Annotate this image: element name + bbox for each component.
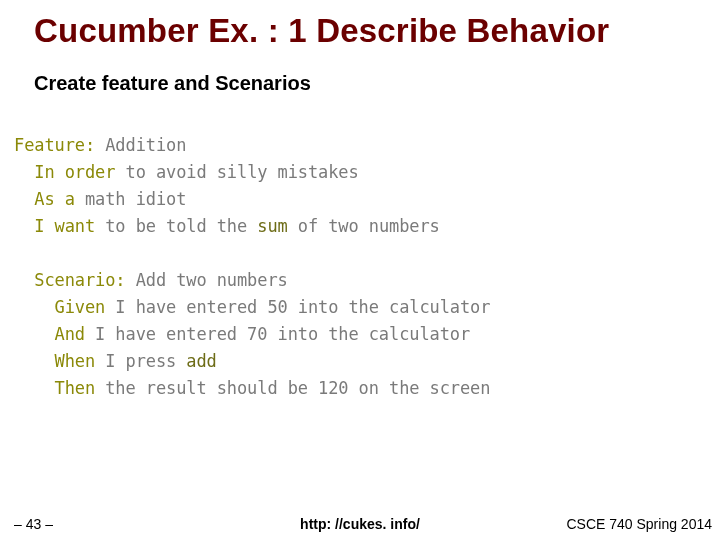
slide-subtitle: Create feature and Scenarios	[34, 72, 311, 95]
kw-scenario: Scenario:	[34, 270, 125, 290]
kw-in-order: In order	[34, 162, 115, 182]
text-when-mid: I press	[95, 351, 186, 371]
text-i-want-mid: to be told the	[95, 216, 257, 236]
text-and: I have entered 70 into the calculator	[85, 324, 470, 344]
text-i-want-rest: of two numbers	[288, 216, 440, 236]
footer: – 43 – http: //cukes. info/ CSCE 740 Spr…	[0, 512, 720, 532]
kw-then: Then	[55, 378, 96, 398]
kw-feature: Feature:	[14, 135, 95, 155]
text-add: add	[186, 351, 216, 371]
course-label: CSCE 740 Spring 2014	[566, 516, 712, 532]
kw-i-want: I want	[34, 216, 95, 236]
text-as-a: math idiot	[75, 189, 186, 209]
text-feature-name: Addition	[95, 135, 186, 155]
kw-and: And	[55, 324, 85, 344]
kw-given: Given	[55, 297, 106, 317]
text-scenario-name: Add two numbers	[126, 270, 288, 290]
text-in-order: to avoid silly mistakes	[115, 162, 358, 182]
kw-as-a: As a	[34, 189, 75, 209]
slide-title: Cucumber Ex. : 1 Describe Behavior	[34, 12, 700, 50]
text-given: I have entered 50 into the calculator	[105, 297, 490, 317]
slide: Cucumber Ex. : 1 Describe Behavior Creat…	[0, 0, 720, 540]
kw-when: When	[55, 351, 96, 371]
gherkin-code-block: Feature: Addition In order to avoid sill…	[14, 132, 490, 402]
text-sum: sum	[257, 216, 287, 236]
text-then: the result should be 120 on the screen	[95, 378, 490, 398]
